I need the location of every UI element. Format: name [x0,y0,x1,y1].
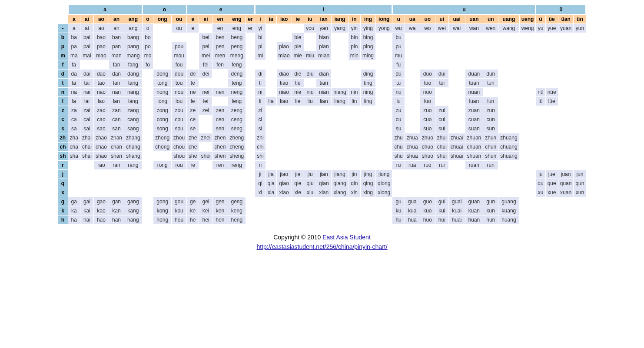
pinyin-cell[interactable]: su [392,124,404,133]
pinyin-cell[interactable]: ran [109,161,124,169]
pinyin-cell[interactable]: zhun [483,133,498,142]
pinyin-cell[interactable]: qin [349,179,360,188]
pinyin-cell[interactable]: gun [483,197,498,206]
pinyin-cell[interactable]: gang [124,197,142,206]
pinyin-cell[interactable]: sang [124,124,142,133]
pinyin-cell[interactable]: lou [172,97,186,106]
pinyin-cell[interactable]: tu [392,79,404,87]
pinyin-cell[interactable]: xing [361,188,375,197]
pinyin-cell[interactable]: qi [255,179,265,188]
pinyin-cell[interactable]: yun [574,24,586,33]
pinyin-cell[interactable]: ruo [420,161,435,169]
pinyin-cell[interactable]: kuai [449,206,465,215]
pinyin-cell[interactable]: ren [212,161,227,169]
pinyin-cell[interactable]: tou [172,79,186,87]
pinyin-cell[interactable]: hou [172,215,186,224]
pinyin-cell[interactable]: nüe [546,88,558,96]
pinyin-cell[interactable]: bei [199,33,212,42]
pinyin-cell[interactable]: e [187,24,199,33]
pinyin-cell[interactable]: ti [255,79,265,87]
pinyin-cell[interactable]: jing [361,170,375,179]
pinyin-cell[interactable]: xu [536,188,545,197]
pinyin-cell[interactable]: hu [392,215,404,224]
pinyin-cell[interactable]: huai [449,215,465,224]
pinyin-cell[interactable]: nian [316,88,331,96]
pinyin-cell[interactable]: nang [124,88,142,96]
pinyin-cell[interactable]: jiao [277,170,292,179]
pinyin-cell[interactable]: le [187,97,199,106]
pinyin-cell[interactable]: ping [361,42,375,51]
pinyin-cell[interactable]: zhao [94,133,109,142]
pinyin-cell[interactable]: bang [124,33,142,42]
pinyin-cell[interactable]: a [68,24,80,33]
pinyin-cell[interactable]: ding [361,70,375,78]
pinyin-cell[interactable]: sa [68,124,80,133]
pinyin-cell[interactable]: fo [143,60,153,69]
pinyin-cell[interactable]: shou [172,152,186,160]
pinyin-cell[interactable]: si [255,124,265,133]
pinyin-cell[interactable]: fou [172,60,186,69]
pinyin-cell[interactable]: wa [405,24,420,33]
pinyin-cell[interactable]: ze [187,106,199,115]
pinyin-cell[interactable]: zan [109,106,124,115]
pinyin-cell[interactable]: lin [349,97,360,106]
pinyin-cell[interactable]: dong [153,70,171,78]
pinyin-cell[interactable]: sui [435,124,448,133]
pinyin-cell[interactable]: luan [465,97,483,106]
pinyin-cell[interactable]: ke [187,206,199,215]
pinyin-cell[interactable]: cui [435,115,448,124]
pinyin-cell[interactable]: leng [228,97,246,106]
pinyin-cell[interactable]: dun [483,70,498,78]
pinyin-cell[interactable]: chuo [420,143,435,151]
pinyin-cell[interactable]: xun [574,188,586,197]
pinyin-cell[interactable]: hei [199,215,212,224]
pinyin-cell[interactable]: yong [376,24,392,33]
pinyin-cell[interactable]: gou [172,197,186,206]
pinyin-cell[interactable]: cheng [228,143,246,151]
pinyin-cell[interactable]: bie [292,33,304,42]
pinyin-cell[interactable]: cuo [420,115,435,124]
pinyin-cell[interactable]: shuo [420,152,435,160]
pinyin-cell[interactable]: liu [304,97,316,106]
pinyin-cell[interactable]: lian [316,97,331,106]
pinyin-cell[interactable]: cen [212,115,227,124]
pinyin-cell[interactable]: qiang [332,179,348,188]
pinyin-cell[interactable]: sun [483,124,498,133]
pinyin-cell[interactable]: sao [94,124,109,133]
pinyin-cell[interactable]: tui [435,79,448,87]
pinyin-cell[interactable]: bo [143,33,153,42]
pinyin-cell[interactable]: zeng [228,106,246,115]
pinyin-cell[interactable]: xiang [332,188,348,197]
pinyin-cell[interactable]: feng [228,60,246,69]
pinyin-cell[interactable]: po [143,42,153,51]
pinyin-cell[interactable]: de [187,70,199,78]
pinyin-cell[interactable]: chi [255,143,265,151]
pinyin-cell[interactable]: pa [68,42,80,51]
pinyin-cell[interactable]: xuan [558,188,574,197]
pinyin-cell[interactable]: tian [316,79,331,87]
pinyin-cell[interactable]: meng [228,51,246,60]
pinyin-cell[interactable]: wu [392,24,404,33]
pinyin-cell[interactable]: ha [68,215,80,224]
pinyin-cell[interactable]: ji [255,170,265,179]
pinyin-cell[interactable]: bing [361,33,375,42]
pinyin-cell[interactable]: ni [255,88,265,96]
pinyin-cell[interactable]: she [187,152,199,160]
pinyin-cell[interactable]: jun [574,170,586,179]
pinyin-cell[interactable]: chang [124,143,142,151]
pinyin-cell[interactable]: luo [420,97,435,106]
pinyin-cell[interactable]: seng [228,124,246,133]
pinyin-cell[interactable]: cha [68,143,80,151]
pinyin-cell[interactable]: yan [316,24,331,33]
pinyin-cell[interactable]: pan [109,42,124,51]
pinyin-cell[interactable]: ken [212,206,227,215]
pinyin-cell[interactable]: nou [172,88,186,96]
pinyin-cell[interactable]: zhui [435,133,448,142]
pinyin-cell[interactable]: kou [172,206,186,215]
pinyin-cell[interactable]: te [187,79,199,87]
pinyin-cell[interactable]: lang [124,97,142,106]
pinyin-cell[interactable]: zi [255,106,265,115]
pinyin-cell[interactable]: bao [94,33,109,42]
pinyin-cell[interactable]: shu [392,152,404,160]
pinyin-cell[interactable]: cun [483,115,498,124]
